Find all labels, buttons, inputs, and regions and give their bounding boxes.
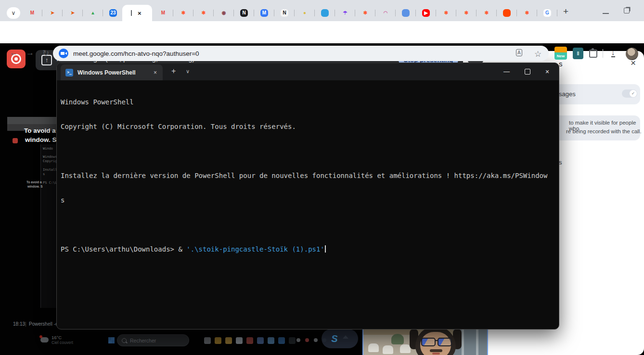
favicon: ✱ [442, 9, 450, 17]
extensions-puzzle-icon[interactable] [589, 50, 597, 58]
extension-teal-icon[interactable]: ‖ [573, 48, 583, 59]
pinned-tab-hubspot[interactable]: ✱ [456, 6, 477, 20]
panel-title-fragment: s [559, 60, 563, 68]
mini-terminal-line: PS C:\U [43, 181, 57, 185]
pinned-tab-rainbow[interactable]: ◠ [375, 6, 396, 20]
pinned-tab-gmail[interactable]: M [22, 6, 42, 20]
tab-close-icon[interactable]: × [138, 10, 142, 17]
favicon: ➤ [49, 9, 56, 17]
downloads-icon[interactable]: ↓ [611, 48, 615, 57]
forward-button[interactable]: → [26, 48, 34, 58]
pinned-tab-umbrella[interactable]: ☂ [335, 6, 355, 20]
mini-terminal-line: Windows [43, 155, 57, 159]
pinned-tab-hubspot[interactable]: ✱ [355, 6, 375, 20]
weather-condition: Ciel couvert [52, 340, 73, 345]
pinned-tab-reddit[interactable] [497, 6, 517, 20]
terminal-line: s [61, 196, 557, 204]
window-minimize-button[interactable] [603, 9, 609, 14]
terminal-maximize-button[interactable] [525, 69, 530, 75]
mini-record-icon [13, 138, 18, 143]
favicon: G [543, 9, 551, 17]
profile-avatar[interactable] [626, 48, 638, 60]
taskbar-chrome [215, 337, 221, 344]
active-tab-meet[interactable]: × [122, 5, 152, 21]
mini-terminal-line: s [43, 172, 45, 176]
mini-mirror-warning-line2: window. S [27, 185, 43, 188]
feed-pill-arrow-icon [343, 335, 348, 339]
pinned-tab-google[interactable]: G [537, 6, 557, 20]
terminal-close-button[interactable]: × [545, 68, 549, 76]
camera-lens [65, 52, 67, 55]
mirror-warning-line1: To avoid a [24, 127, 56, 134]
terminal-prompt: PS C:\Users\arthu\Downloads> & [61, 245, 186, 253]
office-plant [391, 334, 404, 344]
extension-new-icon[interactable]: New [554, 47, 567, 60]
pinned-tab-notion-dark[interactable]: N [234, 6, 254, 20]
pinned-tab-hubspot[interactable]: ✱ [436, 6, 456, 20]
favicon: ◉ [220, 9, 228, 17]
pinned-tab-un[interactable] [396, 6, 416, 20]
favicon [402, 9, 410, 17]
terminal-output[interactable]: Windows PowerShell Copyright (C) Microso… [61, 82, 557, 327]
new-terminal-tab-button[interactable]: + [171, 67, 176, 76]
taskbar-photos [268, 337, 274, 344]
taskbar-search-label: Rechercher [130, 338, 156, 343]
reload-button[interactable]: ↻ [42, 48, 49, 58]
pinned-tab-hubspot[interactable]: ✱ [477, 6, 497, 20]
pinned-tab-notion[interactable]: N [274, 6, 295, 20]
back-button[interactable]: ← [10, 48, 18, 58]
window-mullion [476, 329, 478, 355]
messages-toggle[interactable]: ✓ [622, 89, 637, 98]
browser-toolbar: ← → ↻ meet.google.com/hcn-atvo-nqo?authu… [0, 21, 644, 43]
favicon: N [281, 9, 288, 17]
favicon [321, 9, 329, 17]
extension-badge-top [554, 47, 567, 52]
self-view-video[interactable] [362, 328, 488, 355]
windows-start-icon [108, 337, 115, 343]
pinned-tab-shell[interactable]: ● [295, 6, 315, 20]
pinned-tab-rec[interactable] [315, 6, 335, 20]
terminal-dropdown-icon[interactable]: ∨ [186, 68, 190, 75]
pinned-tab-comet[interactable]: ➤ [63, 6, 83, 20]
pinned-tab-blue-m[interactable]: M [254, 6, 274, 20]
weather-temperature: 16°C [52, 335, 62, 340]
mustache [430, 349, 442, 352]
translate-icon[interactable]: A [516, 49, 522, 56]
pinned-tab-comet[interactable]: ➤ [42, 6, 63, 20]
pinned-tab-youtube[interactable]: ▶ [416, 6, 436, 20]
meet-tab-favicon [131, 10, 132, 16]
taskbar-terminal [289, 337, 296, 344]
tab-close-icon[interactable]: × [154, 69, 157, 76]
new-tab-button[interactable]: + [563, 6, 568, 17]
pinned-tab-gmail[interactable]: M [153, 6, 173, 20]
pinned-tab-globe[interactable]: ◉ [214, 6, 234, 20]
terminal-prompt-line: PS C:\Users\arthu\Downloads> & '.\stoik-… [61, 245, 557, 254]
pinned-tab-drive[interactable]: ▲ [83, 6, 103, 20]
taskbar-task-view [204, 337, 211, 344]
mini-terminal: Windo Windows Copyrigh Installe s PS C:\… [40, 144, 57, 308]
favicon: ▲ [89, 9, 97, 17]
window-restore-button[interactable] [624, 8, 630, 13]
record-dot [14, 57, 18, 61]
powershell-icon: >_ [65, 69, 73, 76]
glasses-right-lens [438, 338, 452, 346]
office-chair [400, 344, 411, 353]
pinned-tab-hubspot[interactable]: ✱ [193, 6, 214, 20]
terminal-titlebar[interactable]: >_ Windows PowerShell × + ∨ — × [57, 63, 559, 80]
terminal-line [61, 221, 557, 229]
taskbar-file-explorer [225, 337, 232, 344]
terminal-tab[interactable]: >_ Windows PowerShell × [61, 64, 163, 80]
terminal-window[interactable]: >_ Windows PowerShell × + ∨ — × Windows … [56, 63, 559, 330]
pinned-tabs-right: M✱✱◉NMN●☂✱◠▶✱✱✱✱G [153, 6, 557, 20]
pinned-tab-calendar[interactable]: 23 [103, 6, 123, 20]
camera-icon [61, 52, 64, 55]
taskbar-store [236, 337, 243, 344]
url-text[interactable]: meet.google.com/hcn-atvo-nqo?authuser=0 [73, 50, 199, 57]
terminal-minimize-button[interactable]: — [503, 68, 510, 75]
panel-toggle-label-fragment: sages [559, 90, 576, 98]
pinned-tab-hubspot[interactable]: ✱ [517, 6, 537, 20]
bookmark-star-icon[interactable]: ☆ [534, 49, 541, 59]
terminal-cursor [325, 245, 326, 253]
pinned-tab-hubspot[interactable]: ✱ [173, 6, 193, 20]
tab-search-button[interactable]: ∨ [7, 7, 20, 19]
